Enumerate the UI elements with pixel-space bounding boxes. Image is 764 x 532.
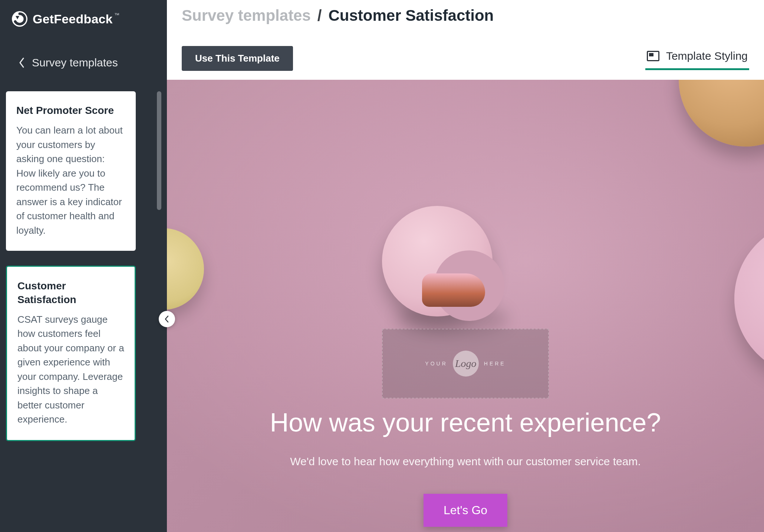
breadcrumb-current: Customer Satisfaction xyxy=(329,7,494,24)
brand-name: GetFeedback™ xyxy=(33,12,119,26)
logo-placeholder-here: HERE xyxy=(484,361,506,367)
template-card-desc: CSAT surveys gauge how customers feel ab… xyxy=(17,312,124,427)
template-list: Net Promoter Score You can learn a lot a… xyxy=(0,88,167,532)
chevron-left-icon xyxy=(164,315,169,323)
preview-headline: How was your recent experience? xyxy=(167,408,764,437)
template-card-csat[interactable]: Customer Satisfaction CSAT surveys gauge… xyxy=(6,266,136,441)
tab-template-styling[interactable]: Template Styling xyxy=(645,47,749,70)
sidebar-scrollbar-thumb[interactable] xyxy=(157,91,161,210)
sidebar: GetFeedback™ Survey templates Net Promot… xyxy=(0,0,167,532)
breadcrumb-root[interactable]: Survey templates xyxy=(182,7,311,24)
template-card-desc: You can learn a lot about your customers… xyxy=(16,123,125,237)
brand-mark-icon xyxy=(12,11,27,27)
sidebar-scrollbar[interactable] xyxy=(156,91,162,521)
template-card-nps[interactable]: Net Promoter Score You can learn a lot a… xyxy=(6,91,136,251)
preview-subhead: We'd love to hear how everything went wi… xyxy=(167,455,764,468)
collapse-sidebar-button[interactable] xyxy=(159,311,175,327)
logo-placeholder-circle: Logo xyxy=(453,351,479,377)
survey-preview: YOUR Logo HERE How was your recent exper… xyxy=(167,80,764,532)
logo-placeholder-your: YOUR xyxy=(425,361,447,367)
main-area: Survey templates / Customer Satisfaction… xyxy=(167,0,764,532)
brand-logo: GetFeedback™ xyxy=(0,0,167,42)
back-to-templates[interactable]: Survey templates xyxy=(0,42,167,88)
back-label: Survey templates xyxy=(32,56,118,69)
svg-rect-2 xyxy=(649,53,653,56)
template-styling-icon xyxy=(647,51,659,61)
chevron-left-icon xyxy=(19,58,25,68)
use-this-template-button[interactable]: Use This Template xyxy=(182,46,293,71)
toolbar: Use This Template Template Styling xyxy=(167,28,764,78)
tab-label: Template Styling xyxy=(666,50,748,62)
breadcrumb-separator: / xyxy=(317,7,322,24)
template-card-title: Customer Satisfaction xyxy=(17,279,124,306)
breadcrumb: Survey templates / Customer Satisfaction xyxy=(167,0,764,28)
logo-placeholder[interactable]: YOUR Logo HERE xyxy=(382,329,549,398)
lets-go-button[interactable]: Let's Go xyxy=(424,494,507,527)
decor-macaron-bitten xyxy=(382,206,501,317)
template-card-title: Net Promoter Score xyxy=(16,104,125,117)
trademark-symbol: ™ xyxy=(114,12,119,18)
